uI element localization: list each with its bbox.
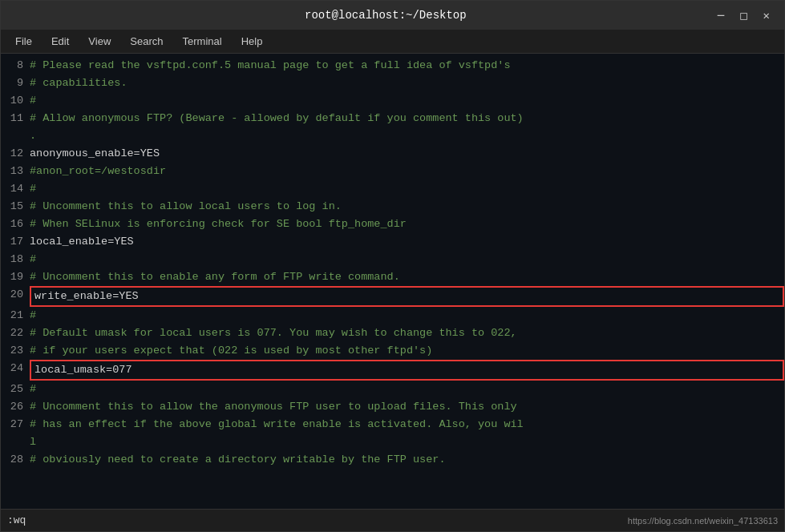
line-num: 24 [1,360,30,377]
code-line: 13#anon_root=/westosdir [1,163,784,180]
line-num: 19 [1,268,30,286]
window-title: root@localhost:~/Desktop [59,9,713,22]
line-content: # obviously need to create a directory w… [30,451,784,469]
code-line: 18# [1,251,784,268]
line-content: # Allow anonymous FTP? (Beware - allowed… [30,110,784,127]
code-line: 25# [1,381,784,398]
code-line: 10# [1,92,784,110]
code-line: 9# capabilities. [1,75,784,92]
menu-item-help[interactable]: Help [233,32,271,50]
menu-item-search[interactable]: Search [122,32,171,50]
line-num: 9 [1,75,30,92]
code-line: l [1,433,784,451]
line-content: # Uncomment this to allow the anonymous … [30,398,784,416]
code-line: 20write_enable=YES [1,286,784,307]
line-num: 21 [1,307,30,324]
code-line: 14# [1,180,784,198]
line-content: # [30,381,784,398]
line-num: 12 [1,145,30,163]
code-line: 8# Please read the vsftpd.conf.5 manual … [1,57,784,75]
line-num: 20 [1,286,30,304]
code-line: 28# obviously need to create a directory… [1,451,784,469]
line-num: 10 [1,92,30,110]
code-line: 27# has an effect if the above global wr… [1,416,784,433]
vim-command: :wq [7,514,26,526]
line-content-highlighted: write_enable=YES [30,286,784,307]
line-num: 13 [1,163,30,180]
line-content-highlighted: local_umask=077 [30,360,784,381]
line-content: local_enable=YES [30,233,784,251]
line-num: 14 [1,180,30,198]
maximize-button[interactable]: □ [735,7,751,23]
line-num: 27 [1,416,30,433]
line-num: 25 [1,381,30,398]
terminal-window: root@localhost:~/Desktop ─ □ ✕ FileEditV… [0,0,785,532]
line-content: # When SELinux is enforcing check for SE… [30,216,784,233]
line-num: 26 [1,398,30,416]
code-line: 21# [1,307,784,324]
line-content: # [30,307,784,324]
code-line: 15# Uncomment this to allow local users … [1,198,784,216]
line-content: # capabilities. [30,75,784,92]
code-line: 17local_enable=YES [1,233,784,251]
window-controls: ─ □ ✕ [713,7,775,23]
menu-item-edit[interactable]: Edit [43,32,77,50]
line-content: # Uncomment this to enable any form of F… [30,268,784,286]
url-reference: https://blog.csdn.net/weixin_47133613 [628,516,778,526]
line-content: l [30,433,784,451]
status-bar: :wq https://blog.csdn.net/weixin_4713361… [1,509,784,531]
code-line: 11# Allow anonymous FTP? (Beware - allow… [1,110,784,127]
code-line: 23# if your users expect that (022 is us… [1,342,784,360]
code-editor: 8# Please read the vsftpd.conf.5 manual … [1,54,784,509]
line-content: anonymous_enable=YES [30,145,784,163]
line-num: 18 [1,251,30,268]
line-num: 11 [1,110,30,127]
line-content: #anon_root=/westosdir [30,163,784,180]
menu-bar: FileEditViewSearchTerminalHelp [1,30,784,54]
line-content: # [30,92,784,110]
line-content: # [30,251,784,268]
code-line: 22# Default umask for local users is 077… [1,324,784,342]
menu-item-file[interactable]: File [7,32,40,50]
line-num: 8 [1,57,30,75]
line-num: 22 [1,324,30,342]
line-content: # Default umask for local users is 077. … [30,324,784,342]
line-num: 28 [1,451,30,469]
line-content: # [30,180,784,198]
title-bar: root@localhost:~/Desktop ─ □ ✕ [1,1,784,30]
line-content: # if your users expect that (022 is used… [30,342,784,360]
menu-item-terminal[interactable]: Terminal [175,32,230,50]
code-line: 26# Uncomment this to allow the anonymou… [1,398,784,416]
line-content: # has an effect if the above global writ… [30,416,784,433]
minimize-button[interactable]: ─ [713,7,729,23]
line-content: # Please read the vsftpd.conf.5 manual p… [30,57,784,75]
line-num: 15 [1,198,30,216]
code-line: 24local_umask=077 [1,360,784,381]
line-num: 16 [1,216,30,233]
code-line: 12anonymous_enable=YES [1,145,784,163]
line-content: # Uncomment this to allow local users to… [30,198,784,216]
code-line: 19# Uncomment this to enable any form of… [1,268,784,286]
line-num: 17 [1,233,30,251]
menu-item-view[interactable]: View [80,32,119,50]
code-line: . [1,127,784,145]
code-line: 16# When SELinux is enforcing check for … [1,216,784,233]
close-button[interactable]: ✕ [759,7,775,23]
line-num: 23 [1,342,30,360]
line-content: . [30,127,784,145]
